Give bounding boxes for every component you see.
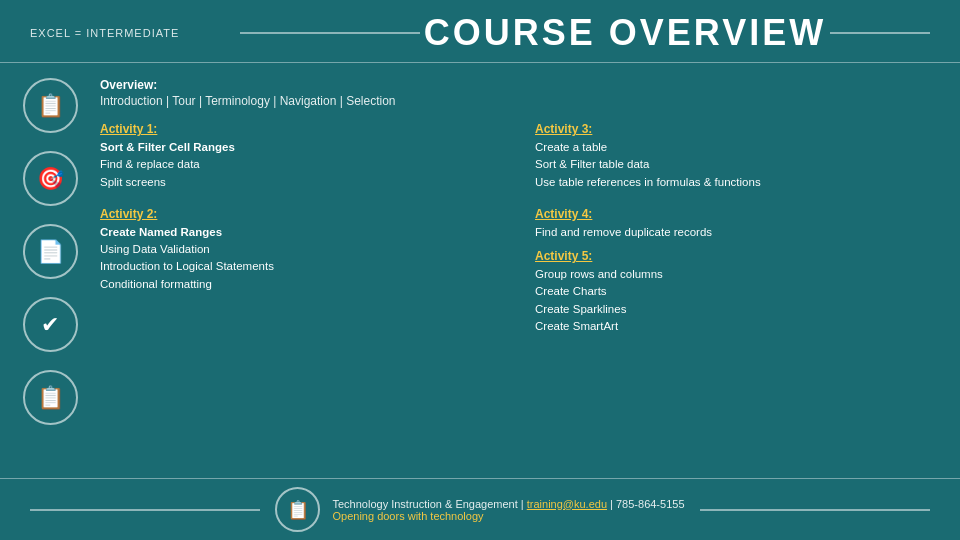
activity1-item2: Find & replace data bbox=[100, 156, 505, 173]
footer-icon: 📋 bbox=[275, 487, 320, 532]
header-divider-right bbox=[830, 32, 930, 34]
checkmark-icon: ✔ bbox=[23, 297, 78, 352]
main-content: 📋 🎯 📄 ✔ 📋 Overview: Introduction | Tour … bbox=[0, 63, 960, 425]
activity5-item4: Create SmartArt bbox=[535, 318, 940, 335]
activity1-block: Activity 1: Sort & Filter Cell Ranges Fi… bbox=[100, 122, 505, 191]
footer-line1: Technology Instruction & Engagement | tr… bbox=[332, 498, 684, 510]
activities-grid: Activity 1: Sort & Filter Cell Ranges Fi… bbox=[100, 122, 940, 341]
activity4-block: Activity 4: Find and remove duplicate re… bbox=[535, 207, 940, 241]
activity1-item1: Sort & Filter Cell Ranges bbox=[100, 139, 505, 156]
page-title: COURSE OVERVIEW bbox=[420, 12, 830, 54]
target-icon: 🎯 bbox=[23, 151, 78, 206]
activity5-item3: Create Sparklines bbox=[535, 301, 940, 318]
report-icon: 📋 bbox=[23, 370, 78, 425]
overview-nav: Introduction | Tour | Terminology | Navi… bbox=[100, 94, 940, 108]
document-icon: 📄 bbox=[23, 224, 78, 279]
footer-divider-left bbox=[30, 509, 260, 511]
activity5-item2: Create Charts bbox=[535, 283, 940, 300]
activity4-item1: Find and remove duplicate records bbox=[535, 224, 940, 241]
activity3-item2: Sort & Filter table data bbox=[535, 156, 940, 173]
activity2-item1: Create Named Ranges bbox=[100, 224, 505, 241]
footer-divider-right bbox=[700, 509, 930, 511]
activity2-title: Activity 2: bbox=[100, 207, 505, 221]
checklist-icon: 📋 bbox=[23, 78, 78, 133]
footer-email[interactable]: training@ku.edu bbox=[527, 498, 607, 510]
icons-column: 📋 🎯 📄 ✔ 📋 bbox=[0, 73, 90, 425]
activity2-item2: Using Data Validation bbox=[100, 241, 505, 258]
activity4-5-block: Activity 4: Find and remove duplicate re… bbox=[535, 207, 940, 341]
activity3-item3: Use table references in formulas & funct… bbox=[535, 174, 940, 191]
activity3-item1: Create a table bbox=[535, 139, 940, 156]
activity2-item4: Conditional formatting bbox=[100, 276, 505, 293]
activity3-title: Activity 3: bbox=[535, 122, 940, 136]
activity1-item3: Split screens bbox=[100, 174, 505, 191]
activity5-title: Activity 5: bbox=[535, 249, 940, 263]
content-area: Overview: Introduction | Tour | Terminol… bbox=[90, 73, 960, 425]
footer-text: Technology Instruction & Engagement | tr… bbox=[332, 498, 684, 522]
activity1-title: Activity 1: bbox=[100, 122, 505, 136]
activity5-block: Activity 5: Group rows and columns Creat… bbox=[535, 249, 940, 335]
page-header: EXCEL = INTERMEDIATE COURSE OVERVIEW bbox=[0, 0, 960, 63]
overview-section: Overview: Introduction | Tour | Terminol… bbox=[100, 78, 940, 108]
page-footer: 📋 Technology Instruction & Engagement | … bbox=[0, 478, 960, 540]
activity4-title: Activity 4: bbox=[535, 207, 940, 221]
overview-label: Overview: bbox=[100, 78, 940, 92]
header-divider-left bbox=[240, 32, 420, 34]
activity5-item1: Group rows and columns bbox=[535, 266, 940, 283]
subtitle: EXCEL = INTERMEDIATE bbox=[30, 27, 230, 39]
activity3-block: Activity 3: Create a table Sort & Filter… bbox=[535, 122, 940, 191]
activity2-block: Activity 2: Create Named Ranges Using Da… bbox=[100, 207, 505, 335]
activity2-item3: Introduction to Logical Statements bbox=[100, 258, 505, 275]
footer-line2: Opening doors with technology bbox=[332, 510, 684, 522]
